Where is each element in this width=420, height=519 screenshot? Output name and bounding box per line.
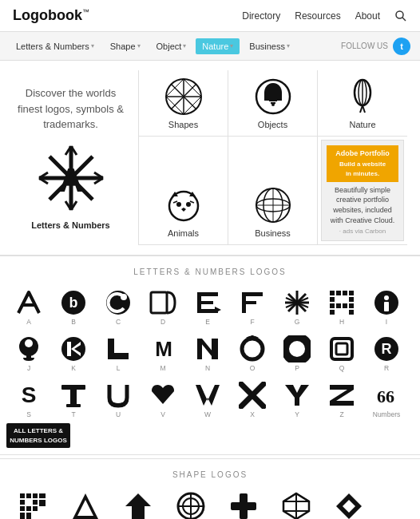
svg-rect-70 bbox=[343, 291, 347, 295]
subnav-business-label: Business bbox=[249, 42, 285, 51]
subnav-business[interactable]: Business ▾ bbox=[243, 38, 296, 54]
svg-line-1 bbox=[402, 18, 406, 21]
svg-rect-89 bbox=[108, 353, 129, 359]
logo-item-k[interactable]: K bbox=[51, 331, 96, 377]
cube-icon bbox=[282, 492, 311, 519]
svg-line-139 bbox=[296, 493, 309, 501]
shape-item-crosses[interactable]: Crosses bbox=[217, 487, 270, 519]
shapes-icon bbox=[164, 77, 204, 117]
nav-about[interactable]: About bbox=[355, 10, 380, 22]
logo-item-b[interactable]: b B bbox=[51, 284, 96, 331]
hero-cell-shapes[interactable]: Shapes bbox=[139, 70, 228, 137]
svg-rect-78 bbox=[330, 310, 335, 315]
logo-item-all-letters[interactable]: ALL LETTERS &NUMBERS LOGOS bbox=[6, 423, 70, 447]
logo-item-c[interactable]: C bbox=[96, 284, 141, 331]
subnav-object[interactable]: Object ▾ bbox=[150, 38, 193, 54]
svg-rect-93 bbox=[212, 339, 218, 359]
follow-us: FOLLOW US t bbox=[341, 38, 410, 55]
svg-rect-117 bbox=[20, 506, 25, 511]
3d-icon bbox=[18, 492, 47, 519]
chevron-down-icon: ▾ bbox=[287, 42, 290, 50]
svg-text:66: 66 bbox=[377, 386, 394, 406]
logo-item-t[interactable]: T bbox=[51, 377, 96, 423]
svg-text:b: b bbox=[69, 295, 78, 311]
logo-item-i[interactable]: I bbox=[364, 284, 409, 331]
hero-cell-business[interactable]: Business bbox=[228, 137, 318, 245]
logo-item-d[interactable]: D bbox=[141, 284, 185, 331]
logo-item-r[interactable]: R R bbox=[364, 331, 409, 377]
logo-item-y[interactable]: Y bbox=[275, 377, 319, 423]
logo-item-h[interactable]: H bbox=[319, 284, 364, 331]
logo-item-v[interactable]: V bbox=[141, 377, 185, 423]
chevron-down-icon: ▾ bbox=[230, 42, 233, 50]
diamond-icon bbox=[335, 492, 363, 519]
letters-section-title: LETTERS & NUMBERS LOGOS bbox=[0, 256, 420, 281]
shape-item-cube[interactable]: Cube bbox=[270, 487, 323, 519]
svg-rect-99 bbox=[336, 343, 347, 355]
logo-item-o[interactable]: O bbox=[230, 331, 275, 377]
svg-rect-112 bbox=[20, 493, 25, 498]
logo-item-p[interactable]: P bbox=[275, 331, 319, 377]
nature-icon bbox=[343, 77, 382, 117]
twitter-icon[interactable]: t bbox=[393, 38, 410, 55]
logo-item-q[interactable]: Q bbox=[319, 331, 364, 377]
logo-text: Logobook bbox=[13, 7, 82, 23]
logo-item-e[interactable]: E bbox=[185, 284, 230, 331]
nav-directory[interactable]: Directory bbox=[242, 10, 280, 22]
main-nav: Directory Resources About bbox=[242, 10, 407, 22]
hero-section: Discover the worlds finest logos, symbol… bbox=[0, 61, 420, 256]
svg-rect-72 bbox=[330, 297, 335, 302]
featured-logo[interactable]: A bbox=[35, 142, 107, 214]
svg-rect-74 bbox=[330, 303, 335, 308]
logo-item-n[interactable]: N bbox=[185, 331, 230, 377]
shape-item-angled[interactable]: Angled bbox=[59, 487, 112, 519]
svg-line-36 bbox=[363, 105, 365, 113]
logo-item-w[interactable]: W bbox=[185, 377, 230, 423]
svg-rect-59 bbox=[242, 292, 246, 313]
subnav-letters-label: Letters & Numbers bbox=[16, 42, 89, 51]
logo-item-f[interactable]: F bbox=[230, 284, 275, 331]
animals-icon bbox=[164, 185, 204, 225]
logo-item-z[interactable]: Z bbox=[319, 377, 364, 423]
svg-rect-123 bbox=[20, 513, 25, 519]
shape-item-arrows[interactable]: Arrows bbox=[112, 487, 164, 519]
circle-icon bbox=[176, 492, 205, 519]
logo-item-u[interactable]: U bbox=[96, 377, 141, 423]
objects-label: Objects bbox=[258, 120, 287, 129]
site-logo[interactable]: Logobook™ bbox=[13, 7, 89, 24]
hero-cell-objects[interactable]: Objects bbox=[228, 70, 318, 137]
nav-resources[interactable]: Resources bbox=[295, 10, 340, 22]
subnav-nature[interactable]: Nature ▾ bbox=[196, 38, 240, 54]
chevron-down-icon: ▾ bbox=[137, 42, 141, 50]
logo-item-s[interactable]: S S bbox=[6, 377, 51, 423]
advertisement: Adobe PortfolioBuild a websitein minutes… bbox=[321, 140, 404, 241]
logo-item-x[interactable]: X bbox=[230, 377, 275, 423]
logo-item-g[interactable]: G bbox=[275, 284, 319, 331]
svg-rect-73 bbox=[349, 297, 354, 302]
shape-item-diamond[interactable]: Diamond bbox=[323, 487, 375, 519]
hero-cell-animals[interactable]: Animals bbox=[139, 137, 228, 245]
svg-rect-77 bbox=[349, 303, 354, 308]
divider bbox=[0, 454, 420, 455]
letters-logo-grid: A b B C D E bbox=[0, 281, 420, 450]
hero-grid: Shapes Objects bbox=[138, 70, 407, 245]
subnav-shape[interactable]: Shape ▾ bbox=[104, 38, 147, 54]
svg-point-94 bbox=[242, 339, 263, 359]
logo-item-a[interactable]: A bbox=[6, 284, 51, 331]
logo-item-j[interactable]: J bbox=[6, 331, 51, 377]
all-letters-cta-label: ALL LETTERS &NUMBERS LOGOS bbox=[10, 426, 67, 444]
shape-item-3d[interactable]: 3D bbox=[6, 487, 59, 519]
svg-point-31 bbox=[271, 103, 275, 106]
svg-text:M: M bbox=[155, 337, 171, 361]
search-icon[interactable] bbox=[394, 10, 407, 22]
logo-item-numbers[interactable]: 66 Numbers bbox=[364, 377, 409, 423]
shape-item-circle[interactable]: Circle bbox=[164, 487, 217, 519]
logo-item-l[interactable]: L bbox=[96, 331, 141, 377]
svg-rect-105 bbox=[66, 404, 81, 407]
subnav-letters[interactable]: Letters & Numbers ▾ bbox=[10, 38, 101, 54]
ad-source: · ads via Carbon bbox=[327, 227, 398, 236]
svg-rect-113 bbox=[26, 493, 31, 498]
hero-cell-nature[interactable]: Nature bbox=[318, 70, 407, 137]
svg-rect-71 bbox=[349, 291, 354, 295]
logo-item-m[interactable]: M M bbox=[141, 331, 185, 377]
